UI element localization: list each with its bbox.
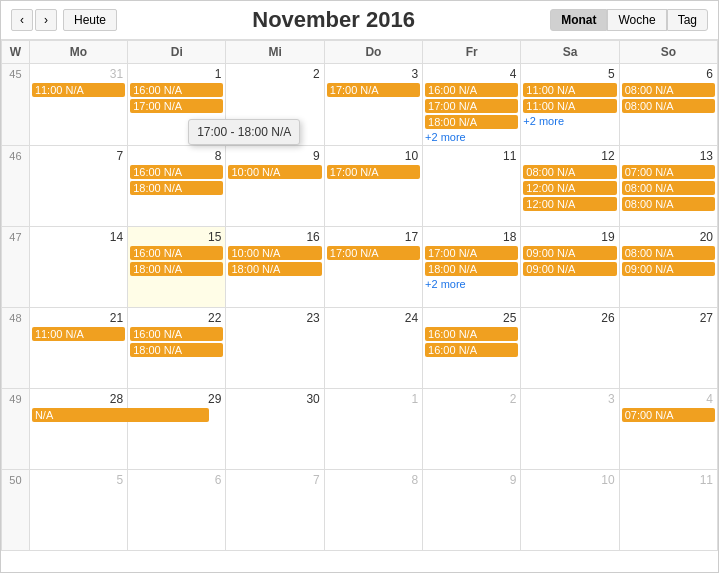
week-num-45: 45 — [2, 64, 30, 146]
event[interactable]: 09:00 N/A — [523, 246, 616, 260]
event[interactable]: 18:00 N/A — [130, 262, 223, 276]
day-cell-sa45: 5 11:00 N/A 11:00 N/A +2 more — [521, 64, 619, 146]
event[interactable]: 16:00 N/A — [130, 165, 223, 179]
col-header-week: W — [2, 41, 30, 64]
event[interactable]: 18:00 N/A — [130, 181, 223, 195]
calendar-title: November 2016 — [252, 7, 415, 33]
day-num: 5 — [523, 66, 616, 83]
day-num: 10 — [523, 472, 616, 489]
day-num: 18 — [425, 229, 518, 246]
event[interactable]: 10:00 N/A — [228, 165, 321, 179]
event[interactable]: 07:00 N/A — [622, 165, 715, 179]
view-month-button[interactable]: Monat — [550, 9, 607, 31]
col-header-mo: Mo — [29, 41, 127, 64]
event[interactable]: 18:00 N/A — [425, 115, 518, 129]
day-num: 23 — [228, 310, 321, 327]
prev-button[interactable]: ‹ — [11, 9, 33, 31]
event[interactable]: 09:00 N/A — [523, 262, 616, 276]
event[interactable]: 16:00 N/A — [130, 83, 223, 97]
day-num: 14 — [32, 229, 125, 246]
more-link[interactable]: +2 more — [425, 278, 518, 290]
day-cell-so45: 6 08:00 N/A 08:00 N/A — [619, 64, 717, 146]
day-num: 6 — [130, 472, 223, 489]
event[interactable]: 07:00 N/A — [622, 408, 715, 422]
day-num: 3 — [523, 391, 616, 408]
day-cell-di46: 8 16:00 N/A 18:00 N/A — [128, 146, 226, 227]
day-num: 11 — [425, 148, 518, 165]
event[interactable]: 17:00 N/A — [130, 99, 223, 113]
event[interactable]: 16:00 N/A — [425, 327, 518, 341]
day-cell-sa48: 26 — [521, 308, 619, 389]
day-cell-di49: 29 — [128, 389, 226, 470]
view-week-button[interactable]: Woche — [607, 9, 666, 31]
day-cell-mo48: 21 11:00 N/A — [29, 308, 127, 389]
col-header-di: Di — [128, 41, 226, 64]
event[interactable]: 16:00 N/A — [425, 343, 518, 357]
day-cell-di50: 6 — [128, 470, 226, 551]
day-cell-so46: 13 07:00 N/A 08:00 N/A 08:00 N/A — [619, 146, 717, 227]
event[interactable]: 08:00 N/A — [622, 197, 715, 211]
event-tooltip: 17:00 - 18:00 N/A — [188, 119, 300, 145]
day-cell-sa46: 12 08:00 N/A 12:00 N/A 12:00 N/A — [521, 146, 619, 227]
event[interactable]: 08:00 N/A — [622, 83, 715, 97]
week-num-49: 49 — [2, 389, 30, 470]
event[interactable]: 08:00 N/A — [622, 246, 715, 260]
event[interactable]: 12:00 N/A — [523, 181, 616, 195]
day-num: 27 — [622, 310, 715, 327]
event[interactable]: 16:00 N/A — [130, 246, 223, 260]
event[interactable]: 08:00 N/A — [622, 99, 715, 113]
day-cell-do46: 10 17:00 N/A — [324, 146, 422, 227]
view-day-button[interactable]: Tag — [667, 9, 708, 31]
day-cell-do47: 17 17:00 N/A — [324, 227, 422, 308]
week-row-49: 49 28 N/A 29 30 — [2, 389, 718, 470]
event[interactable]: 17:00 N/A — [425, 99, 518, 113]
event[interactable]: 11:00 N/A — [523, 99, 616, 113]
event[interactable]: 10:00 N/A — [228, 246, 321, 260]
day-cell-di48: 22 16:00 N/A 18:00 N/A — [128, 308, 226, 389]
col-header-do: Do — [324, 41, 422, 64]
event[interactable]: 18:00 N/A — [228, 262, 321, 276]
day-num: 12 — [523, 148, 616, 165]
day-cell-mi48: 23 — [226, 308, 324, 389]
event[interactable]: 09:00 N/A — [622, 262, 715, 276]
event[interactable]: 16:00 N/A — [130, 327, 223, 341]
event[interactable]: 08:00 N/A — [523, 165, 616, 179]
day-cell-fr47: 18 17:00 N/A 18:00 N/A +2 more — [423, 227, 521, 308]
today-button[interactable]: Heute — [63, 9, 117, 31]
day-num: 11 — [622, 472, 715, 489]
event[interactable]: 16:00 N/A — [425, 83, 518, 97]
day-num: 9 — [425, 472, 518, 489]
event[interactable]: 18:00 N/A — [425, 262, 518, 276]
event[interactable]: 11:00 N/A — [523, 83, 616, 97]
day-num: 28 — [32, 391, 125, 408]
event[interactable]: 17:00 N/A — [327, 83, 420, 97]
more-link[interactable]: +2 more — [523, 115, 616, 127]
calendar: ‹ › Heute November 2016 Monat Woche Tag … — [0, 0, 719, 573]
calendar-header: ‹ › Heute November 2016 Monat Woche Tag — [1, 1, 718, 40]
day-num: 24 — [327, 310, 420, 327]
day-cell-mi49: 30 — [226, 389, 324, 470]
week-row-50: 50 5 6 7 8 — [2, 470, 718, 551]
week-row-46: 46 7 8 16:00 N/A 18:00 N/A 9 — [2, 146, 718, 227]
day-cell-sa49: 3 — [521, 389, 619, 470]
week-num-46: 46 — [2, 146, 30, 227]
day-cell-so49: 4 07:00 N/A — [619, 389, 717, 470]
next-button[interactable]: › — [35, 9, 57, 31]
day-num: 7 — [32, 148, 125, 165]
day-cell-fr45: 4 16:00 N/A 17:00 N/A 18:00 N/A +2 more — [423, 64, 521, 146]
event[interactable]: 18:00 N/A — [130, 343, 223, 357]
more-link[interactable]: +2 more — [425, 131, 518, 143]
event[interactable]: 11:00 N/A — [32, 83, 125, 97]
calendar-grid: W Mo Di Mi Do Fr Sa So 45 31 11:00 N/A — [1, 40, 718, 551]
event[interactable]: 17:00 N/A — [327, 246, 420, 260]
event[interactable]: 12:00 N/A — [523, 197, 616, 211]
day-num: 2 — [425, 391, 518, 408]
day-cell-do49: 1 — [324, 389, 422, 470]
day-num: 7 — [228, 472, 321, 489]
week-num-47: 47 — [2, 227, 30, 308]
event[interactable]: 17:00 N/A — [425, 246, 518, 260]
day-num: 19 — [523, 229, 616, 246]
event[interactable]: 17:00 N/A — [327, 165, 420, 179]
event[interactable]: 08:00 N/A — [622, 181, 715, 195]
event[interactable]: 11:00 N/A — [32, 327, 125, 341]
